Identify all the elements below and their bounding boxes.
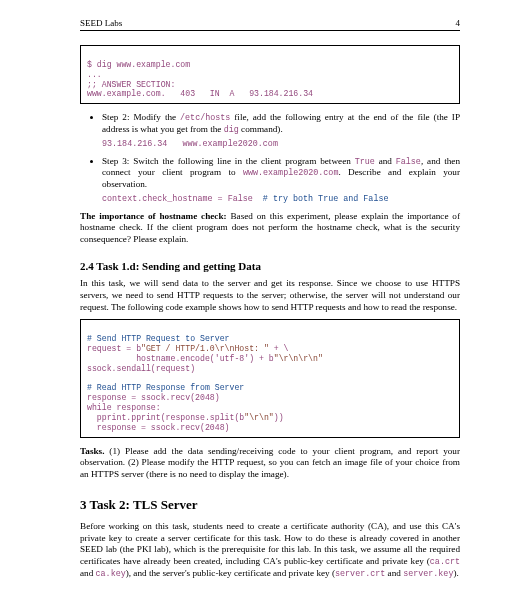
- dig-output-block: $ dig www.example.com ... ;; ANSWER SECT…: [80, 45, 460, 104]
- step-3: Step 3: Switch the following line in the…: [102, 156, 460, 205]
- code-line: ssock.sendall(request): [87, 364, 195, 373]
- text: ), and the server's public-key certifica…: [126, 568, 335, 578]
- code-line: $ dig www.example.com: [87, 60, 190, 69]
- code-comment: # Send HTTP Request to Server: [87, 334, 230, 343]
- section-heading-task2: 3 Task 2: TLS Server: [80, 497, 460, 513]
- text: and: [80, 568, 96, 578]
- tasks-paragraph: Tasks. (1) Please add the data sending/r…: [80, 446, 460, 481]
- text: command).: [239, 124, 283, 134]
- bold-lead: Tasks.: [80, 446, 104, 456]
- code-line: hostname.encode('utf-8') + b"\r\n\r\n": [87, 354, 323, 363]
- step-2: Step 2: Modify the /etc/hosts file, add …: [102, 112, 460, 150]
- text: Step 2: Modify the: [102, 112, 180, 122]
- header-title: SEED Labs: [80, 18, 122, 28]
- code-line: request = b"GET / HTTP/1.0\r\nHost: " + …: [87, 344, 288, 353]
- inline-code: ca.crt: [430, 557, 460, 567]
- task2-paragraph: Before working on this task, students ne…: [80, 521, 460, 580]
- running-header: SEED Labs 4: [80, 18, 460, 31]
- code-line: response = ssock.recv(2048): [87, 393, 220, 402]
- content-area: SEED Labs 4 $ dig www.example.com ... ;;…: [80, 18, 460, 586]
- hosts-entry-code: 93.184.216.34 www.example2020.com: [102, 139, 460, 150]
- inline-code: True: [355, 157, 375, 167]
- text: ).: [453, 568, 458, 578]
- steps-list: Step 2: Modify the /etc/hosts file, add …: [80, 112, 460, 205]
- http-code-block: # Send HTTP Request to Server request = …: [80, 319, 460, 437]
- code-line: response = ssock.recv(2048): [87, 423, 230, 432]
- inline-code: ca.key: [96, 569, 126, 579]
- inline-code: dig: [224, 125, 239, 135]
- page-number: 4: [456, 18, 461, 28]
- code-line: while response:: [87, 403, 161, 412]
- code-line: pprint.pprint(response.split(b"\r\n")): [87, 413, 284, 422]
- code-line: ...: [87, 70, 102, 79]
- importance-paragraph: The importance of hostname check: Based …: [80, 211, 460, 246]
- text: Before working on this task, students ne…: [80, 521, 460, 566]
- code-comment: # Read HTTP Response from Server: [87, 383, 244, 392]
- text: and: [375, 156, 396, 166]
- text: Step 3: Switch the following line in the…: [102, 156, 355, 166]
- task1d-intro: In this task, we will send data to the s…: [80, 278, 460, 313]
- page: SEED Labs 4 $ dig www.example.com ... ;;…: [0, 0, 530, 595]
- inline-code: /etc/hosts: [180, 113, 230, 123]
- inline-code: False: [396, 157, 421, 167]
- inline-code: server.key: [403, 569, 453, 579]
- code-line: www.example.com. 403 IN A 93.184.216.34: [87, 89, 313, 98]
- text: and: [385, 568, 403, 578]
- section-heading-1d: 2.4 Task 1.d: Sending and getting Data: [80, 260, 460, 272]
- bold-lead: The importance of hostname check:: [80, 211, 227, 221]
- check-hostname-code: context.check_hostname = False # try bot…: [102, 194, 460, 205]
- code-line: ;; ANSWER SECTION:: [87, 80, 175, 89]
- inline-code: www.example2020.com: [243, 168, 339, 178]
- inline-code: server.crt: [335, 569, 385, 579]
- text: (1) Please add the data sending/receivin…: [80, 446, 460, 480]
